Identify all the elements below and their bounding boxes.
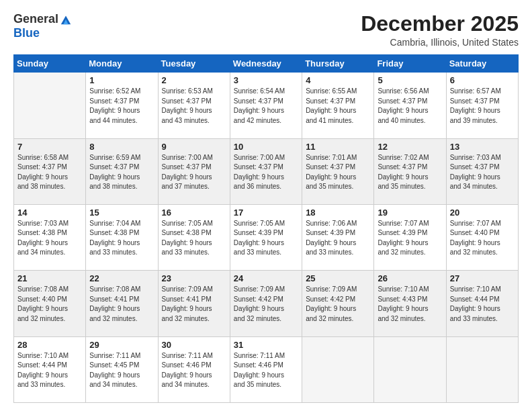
calendar-table: SundayMondayTuesdayWednesdayThursdayFrid… xyxy=(13,54,519,403)
calendar-cell: 3Sunrise: 6:54 AM Sunset: 4:37 PM Daylig… xyxy=(230,73,302,138)
calendar-cell: 11Sunrise: 7:01 AM Sunset: 4:37 PM Dayli… xyxy=(302,138,374,204)
calendar-cell xyxy=(302,336,374,402)
calendar-cell xyxy=(446,336,518,402)
day-number: 28 xyxy=(17,340,82,350)
day-info: Sunrise: 7:00 AM Sunset: 4:37 PM Dayligh… xyxy=(234,153,298,192)
day-number: 3 xyxy=(234,75,298,85)
calendar-cell: 24Sunrise: 7:09 AM Sunset: 4:42 PM Dayli… xyxy=(230,271,302,336)
calendar-cell: 25Sunrise: 7:09 AM Sunset: 4:42 PM Dayli… xyxy=(302,271,374,336)
calendar-cell: 7Sunrise: 6:58 AM Sunset: 4:37 PM Daylig… xyxy=(14,138,86,204)
day-number: 18 xyxy=(306,208,370,218)
day-info: Sunrise: 7:11 AM Sunset: 4:46 PM Dayligh… xyxy=(162,351,226,390)
day-info: Sunrise: 6:58 AM Sunset: 4:37 PM Dayligh… xyxy=(17,153,82,192)
day-info: Sunrise: 6:54 AM Sunset: 4:37 PM Dayligh… xyxy=(234,87,298,126)
calendar-cell: 28Sunrise: 7:10 AM Sunset: 4:44 PM Dayli… xyxy=(14,336,86,402)
calendar-cell: 13Sunrise: 7:03 AM Sunset: 4:37 PM Dayli… xyxy=(446,138,518,204)
calendar-cell: 31Sunrise: 7:11 AM Sunset: 4:46 PM Dayli… xyxy=(230,336,302,402)
calendar-cell: 6Sunrise: 6:57 AM Sunset: 4:37 PM Daylig… xyxy=(446,73,518,138)
day-info: Sunrise: 6:52 AM Sunset: 4:37 PM Dayligh… xyxy=(89,87,154,126)
calendar-week-row: 1Sunrise: 6:52 AM Sunset: 4:37 PM Daylig… xyxy=(14,73,519,138)
day-number: 12 xyxy=(378,142,442,152)
day-number: 25 xyxy=(306,273,370,283)
calendar-header-friday: Friday xyxy=(374,55,446,73)
calendar-cell: 16Sunrise: 7:05 AM Sunset: 4:38 PM Dayli… xyxy=(158,204,230,270)
calendar-week-row: 28Sunrise: 7:10 AM Sunset: 4:44 PM Dayli… xyxy=(14,336,519,402)
day-info: Sunrise: 6:57 AM Sunset: 4:37 PM Dayligh… xyxy=(450,87,515,126)
day-info: Sunrise: 7:11 AM Sunset: 4:45 PM Dayligh… xyxy=(89,351,154,390)
day-info: Sunrise: 6:59 AM Sunset: 4:37 PM Dayligh… xyxy=(89,153,154,192)
calendar-header-thursday: Thursday xyxy=(302,55,374,73)
calendar-cell: 12Sunrise: 7:02 AM Sunset: 4:37 PM Dayli… xyxy=(374,138,446,204)
day-info: Sunrise: 7:11 AM Sunset: 4:46 PM Dayligh… xyxy=(234,351,298,390)
day-info: Sunrise: 7:09 AM Sunset: 4:42 PM Dayligh… xyxy=(306,285,370,324)
calendar-cell: 1Sunrise: 6:52 AM Sunset: 4:37 PM Daylig… xyxy=(86,73,158,138)
location: Cambria, Illinois, United States xyxy=(361,37,519,48)
day-number: 20 xyxy=(450,208,515,218)
calendar-header-tuesday: Tuesday xyxy=(158,55,230,73)
logo: General Blue xyxy=(13,12,72,40)
day-number: 16 xyxy=(162,208,226,218)
page: General Blue December 2025 Cambria, Illi… xyxy=(0,0,532,411)
day-number: 22 xyxy=(89,273,154,283)
calendar-header-saturday: Saturday xyxy=(446,55,518,73)
day-number: 9 xyxy=(162,142,226,152)
logo-general-text: General xyxy=(13,12,58,26)
day-info: Sunrise: 7:02 AM Sunset: 4:37 PM Dayligh… xyxy=(378,153,442,192)
calendar-header-monday: Monday xyxy=(86,55,158,73)
day-number: 14 xyxy=(17,208,82,218)
title-block: December 2025 Cambria, Illinois, United … xyxy=(361,12,519,48)
calendar-cell: 20Sunrise: 7:07 AM Sunset: 4:40 PM Dayli… xyxy=(446,204,518,270)
day-info: Sunrise: 7:09 AM Sunset: 4:42 PM Dayligh… xyxy=(234,285,298,324)
day-number: 31 xyxy=(234,340,298,350)
day-number: 26 xyxy=(378,273,442,283)
calendar-cell: 23Sunrise: 7:09 AM Sunset: 4:41 PM Dayli… xyxy=(158,271,230,336)
calendar-cell: 10Sunrise: 7:00 AM Sunset: 4:37 PM Dayli… xyxy=(230,138,302,204)
day-number: 15 xyxy=(89,208,154,218)
calendar-cell: 29Sunrise: 7:11 AM Sunset: 4:45 PM Dayli… xyxy=(86,336,158,402)
calendar-cell: 15Sunrise: 7:04 AM Sunset: 4:38 PM Dayli… xyxy=(86,204,158,270)
logo-blue-text: Blue xyxy=(13,26,40,40)
day-number: 27 xyxy=(450,273,515,283)
day-number: 8 xyxy=(89,142,154,152)
calendar-cell: 18Sunrise: 7:06 AM Sunset: 4:39 PM Dayli… xyxy=(302,204,374,270)
day-info: Sunrise: 7:04 AM Sunset: 4:38 PM Dayligh… xyxy=(89,219,154,258)
day-info: Sunrise: 6:55 AM Sunset: 4:37 PM Dayligh… xyxy=(306,87,370,126)
calendar-header-row: SundayMondayTuesdayWednesdayThursdayFrid… xyxy=(14,55,519,73)
day-number: 10 xyxy=(234,142,298,152)
logo-icon xyxy=(60,13,72,26)
day-number: 29 xyxy=(89,340,154,350)
calendar-cell: 19Sunrise: 7:07 AM Sunset: 4:39 PM Dayli… xyxy=(374,204,446,270)
calendar-cell: 27Sunrise: 7:10 AM Sunset: 4:44 PM Dayli… xyxy=(446,271,518,336)
day-info: Sunrise: 7:03 AM Sunset: 4:38 PM Dayligh… xyxy=(17,219,82,258)
calendar-week-row: 21Sunrise: 7:08 AM Sunset: 4:40 PM Dayli… xyxy=(14,271,519,336)
calendar-cell: 9Sunrise: 7:00 AM Sunset: 4:37 PM Daylig… xyxy=(158,138,230,204)
calendar-cell: 14Sunrise: 7:03 AM Sunset: 4:38 PM Dayli… xyxy=(14,204,86,270)
calendar-cell: 26Sunrise: 7:10 AM Sunset: 4:43 PM Dayli… xyxy=(374,271,446,336)
calendar-header-wednesday: Wednesday xyxy=(230,55,302,73)
day-info: Sunrise: 7:08 AM Sunset: 4:41 PM Dayligh… xyxy=(89,285,154,324)
day-number: 6 xyxy=(450,75,515,85)
day-number: 24 xyxy=(234,273,298,283)
day-info: Sunrise: 7:07 AM Sunset: 4:40 PM Dayligh… xyxy=(450,219,515,258)
calendar-cell: 30Sunrise: 7:11 AM Sunset: 4:46 PM Dayli… xyxy=(158,336,230,402)
calendar-cell: 21Sunrise: 7:08 AM Sunset: 4:40 PM Dayli… xyxy=(14,271,86,336)
day-number: 5 xyxy=(378,75,442,85)
calendar-week-row: 7Sunrise: 6:58 AM Sunset: 4:37 PM Daylig… xyxy=(14,138,519,204)
day-number: 7 xyxy=(17,142,82,152)
calendar-cell: 17Sunrise: 7:05 AM Sunset: 4:39 PM Dayli… xyxy=(230,204,302,270)
month-title: December 2025 xyxy=(361,12,519,36)
day-info: Sunrise: 7:05 AM Sunset: 4:39 PM Dayligh… xyxy=(234,219,298,258)
day-number: 19 xyxy=(378,208,442,218)
day-info: Sunrise: 7:05 AM Sunset: 4:38 PM Dayligh… xyxy=(162,219,226,258)
calendar-week-row: 14Sunrise: 7:03 AM Sunset: 4:38 PM Dayli… xyxy=(14,204,519,270)
day-info: Sunrise: 7:06 AM Sunset: 4:39 PM Dayligh… xyxy=(306,219,370,258)
day-info: Sunrise: 7:03 AM Sunset: 4:37 PM Dayligh… xyxy=(450,153,515,192)
calendar-cell: 22Sunrise: 7:08 AM Sunset: 4:41 PM Dayli… xyxy=(86,271,158,336)
day-info: Sunrise: 7:01 AM Sunset: 4:37 PM Dayligh… xyxy=(306,153,370,192)
calendar-cell: 8Sunrise: 6:59 AM Sunset: 4:37 PM Daylig… xyxy=(86,138,158,204)
day-info: Sunrise: 7:10 AM Sunset: 4:44 PM Dayligh… xyxy=(17,351,82,390)
day-number: 17 xyxy=(234,208,298,218)
day-number: 11 xyxy=(306,142,370,152)
day-number: 23 xyxy=(162,273,226,283)
day-info: Sunrise: 7:08 AM Sunset: 4:40 PM Dayligh… xyxy=(17,285,82,324)
